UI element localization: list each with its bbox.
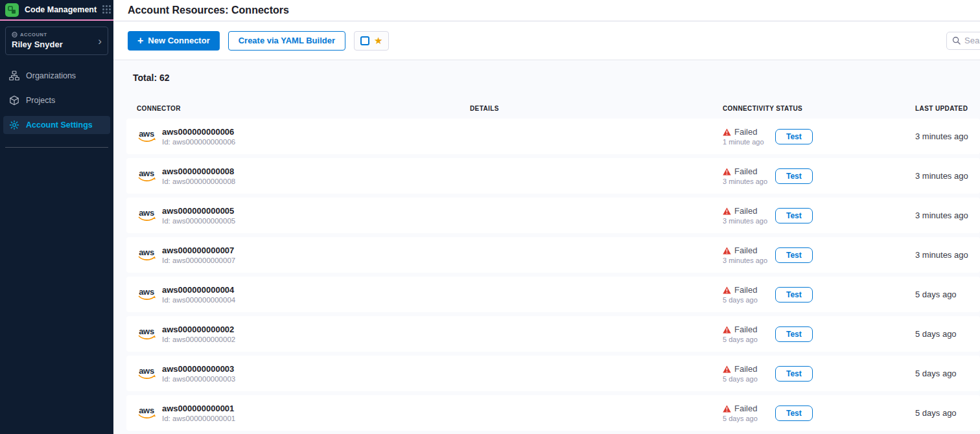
aws-logo-icon: aws: [137, 288, 156, 301]
search-box[interactable]: [946, 32, 980, 50]
warning-triangle-icon: [723, 128, 731, 136]
status-label: Failed: [734, 246, 757, 255]
table-row[interactable]: aws aws000000000006 Id: aws000000000006: [126, 119, 980, 154]
connector-id: Id: aws000000000001: [162, 415, 235, 422]
last-updated: 5 days ago: [915, 369, 980, 378]
connector-name: aws000000000008: [162, 166, 235, 176]
connector-id: Id: aws000000000002: [162, 336, 235, 343]
column-header-details: DETAILS: [470, 105, 723, 112]
table-row[interactable]: aws aws000000000005 Id: aws000000000005: [126, 198, 980, 233]
nav-accent-line: [0, 19, 113, 21]
warning-triangle-icon: [723, 405, 731, 413]
last-updated: 3 minutes ago: [915, 131, 980, 141]
account-selector[interactable]: ACCOUNT Riley Snyder ›: [5, 27, 108, 55]
sidebar-item-account-settings[interactable]: Account Settings: [3, 116, 110, 134]
status-cell: Failed 5 days ago Test: [723, 325, 915, 343]
sidebar-item-label: Account Settings: [26, 120, 93, 130]
code-management-logo-icon[interactable]: [5, 3, 19, 17]
connector-name: aws000000000004: [162, 285, 235, 295]
create-via-yaml-button[interactable]: Create via YAML Builder: [228, 31, 345, 51]
checkbox-icon[interactable]: [360, 36, 369, 45]
connector-cell: aws aws000000000006 Id: aws000000000006: [137, 127, 470, 146]
table-row[interactable]: aws aws000000000002 Id: aws000000000002: [126, 316, 980, 352]
status-block: Failed 3 minutes ago: [723, 166, 775, 185]
last-updated: 3 minutes ago: [915, 211, 980, 220]
connector-id: Id: aws000000000005: [162, 217, 235, 225]
app-window: Code Management ACCOUNT Riley Snyder ›: [0, 0, 980, 434]
connector-cell: aws aws000000000004 Id: aws000000000004: [137, 285, 470, 304]
aws-logo-icon: aws: [137, 130, 156, 143]
last-updated: 5 days ago: [915, 290, 980, 299]
table-row[interactable]: aws aws000000000003 Id: aws000000000003: [126, 356, 980, 391]
column-header-connectivity-status: CONNECTIVITY STATUS: [723, 105, 915, 112]
plus-icon: +: [137, 36, 143, 46]
status-cell: Failed 3 minutes ago Test: [723, 246, 915, 264]
test-button[interactable]: Test: [775, 208, 813, 223]
test-button[interactable]: Test: [775, 405, 813, 421]
status-label: Failed: [734, 206, 757, 216]
table-row[interactable]: aws aws000000000008 Id: aws000000000008: [126, 158, 980, 194]
connector-cell: aws aws000000000008 Id: aws000000000008: [137, 166, 470, 185]
connector-id: Id: aws000000000007: [162, 257, 235, 264]
sidebar-item-label: Organizations: [26, 71, 76, 80]
status-label: Failed: [734, 404, 757, 413]
status-time: 5 days ago: [723, 296, 775, 304]
sidebar: Code Management ACCOUNT Riley Snyder ›: [0, 0, 113, 434]
new-connector-label: New Connector: [148, 36, 209, 45]
connector-id: Id: aws000000000006: [162, 138, 235, 146]
status-time: 5 days ago: [723, 415, 775, 422]
sidebar-nav: Organizations Projects A: [0, 67, 113, 134]
connector-id: Id: aws000000000003: [162, 375, 235, 383]
module-grid-icon[interactable]: [102, 5, 111, 14]
status-block: Failed 5 days ago: [723, 364, 775, 383]
status-time: 3 minutes ago: [723, 177, 775, 185]
status-time: 5 days ago: [723, 336, 775, 343]
main-panel: Account Resources: Connectors + New Conn…: [113, 0, 980, 434]
status-time: 1 minute ago: [723, 138, 775, 146]
status-label: Failed: [734, 364, 757, 374]
favorites-filter-toggle[interactable]: ★: [354, 31, 389, 51]
connector-name: aws000000000007: [162, 246, 235, 255]
search-input[interactable]: [964, 36, 980, 45]
status-block: Failed 3 minutes ago: [723, 246, 775, 264]
aws-logo-icon: aws: [137, 367, 156, 380]
last-updated: 3 minutes ago: [915, 171, 980, 181]
aws-logo-icon: aws: [137, 209, 156, 222]
test-button[interactable]: Test: [775, 287, 813, 303]
test-button[interactable]: Test: [775, 366, 813, 382]
connector-id: Id: aws000000000004: [162, 296, 235, 304]
connector-cell: aws aws000000000005 Id: aws000000000005: [137, 206, 470, 225]
status-time: 5 days ago: [723, 375, 775, 383]
last-updated: 5 days ago: [915, 408, 980, 418]
table-row[interactable]: aws aws000000000007 Id: aws000000000007: [126, 237, 980, 273]
status-block: Failed 1 minute ago: [723, 127, 775, 146]
new-connector-button[interactable]: + New Connector: [128, 31, 220, 51]
warning-triangle-icon: [723, 365, 731, 373]
test-button[interactable]: Test: [775, 129, 813, 144]
test-button[interactable]: Test: [775, 326, 813, 342]
chevron-right-icon: ›: [98, 36, 102, 47]
status-block: Failed 5 days ago: [723, 325, 775, 343]
toolbar: + New Connector Create via YAML Builder …: [113, 21, 980, 60]
status-block: Failed 5 days ago: [723, 404, 775, 422]
app-title: Code Management: [25, 5, 97, 14]
aws-logo-icon: aws: [137, 249, 156, 262]
org-chart-icon: [9, 71, 19, 81]
test-button[interactable]: Test: [775, 168, 813, 184]
last-updated: 3 minutes ago: [915, 250, 980, 260]
sidebar-item-projects[interactable]: Projects: [3, 91, 110, 109]
warning-triangle-icon: [723, 286, 731, 294]
connector-cell: aws aws000000000002 Id: aws000000000002: [137, 325, 470, 343]
warning-triangle-icon: [723, 168, 731, 176]
connector-cell: aws aws000000000007 Id: aws000000000007: [137, 246, 470, 264]
column-header-last-updated: LAST UPDATED: [915, 105, 980, 112]
test-button[interactable]: Test: [775, 247, 813, 263]
connectors-table: CONNECTOR DETAILS CONNECTIVITY STATUS LA…: [126, 105, 980, 431]
sidebar-item-organizations[interactable]: Organizations: [3, 67, 110, 85]
total-count: Total: 62: [113, 60, 980, 83]
warning-triangle-icon: [723, 326, 731, 334]
search-icon: [952, 36, 961, 45]
table-row[interactable]: aws aws000000000001 Id: aws000000000001: [126, 395, 980, 431]
table-row[interactable]: aws aws000000000004 Id: aws000000000004: [126, 277, 980, 312]
aws-logo-icon: aws: [137, 328, 156, 341]
